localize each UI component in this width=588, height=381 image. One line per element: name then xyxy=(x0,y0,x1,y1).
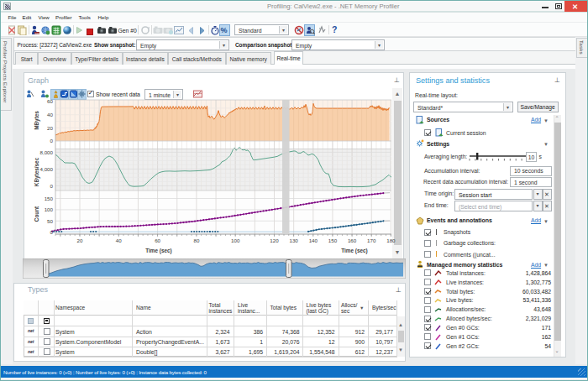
svg-text:140: 140 xyxy=(309,237,318,243)
svg-text:20: 20 xyxy=(47,125,53,131)
svg-text:ooo: ooo xyxy=(35,32,40,35)
svg-text:0: 0 xyxy=(50,183,54,189)
svg-text:100: 100 xyxy=(45,206,54,212)
svg-text:50: 50 xyxy=(47,218,53,224)
svg-text:130: 130 xyxy=(289,237,298,243)
svg-text:160: 160 xyxy=(348,237,357,243)
svg-text:100: 100 xyxy=(231,237,240,243)
svg-text:120: 120 xyxy=(270,237,279,243)
svg-text:Time (sec): Time (sec) xyxy=(341,248,368,254)
svg-text:60: 60 xyxy=(47,98,53,104)
svg-text:Time (sec): Time (sec) xyxy=(145,248,172,254)
svg-text:Count: Count xyxy=(34,206,39,222)
svg-text:180: 180 xyxy=(386,237,396,243)
svg-text:0: 0 xyxy=(50,138,54,144)
svg-text:4,000: 4,000 xyxy=(40,166,54,172)
svg-text:150: 150 xyxy=(328,237,338,243)
svg-text:170: 170 xyxy=(367,237,376,243)
svg-text:40: 40 xyxy=(116,237,122,243)
svg-text:60: 60 xyxy=(155,237,160,243)
svg-text:KBytes/sec: KBytes/sec xyxy=(34,157,40,186)
svg-text:8,000: 8,000 xyxy=(40,149,54,155)
svg-text:0: 0 xyxy=(50,229,54,235)
svg-text:80: 80 xyxy=(193,237,199,243)
svg-text:20: 20 xyxy=(77,237,83,243)
svg-text:40: 40 xyxy=(47,112,53,117)
svg-text:MBytes: MBytes xyxy=(34,111,40,130)
svg-text:150: 150 xyxy=(45,196,54,201)
